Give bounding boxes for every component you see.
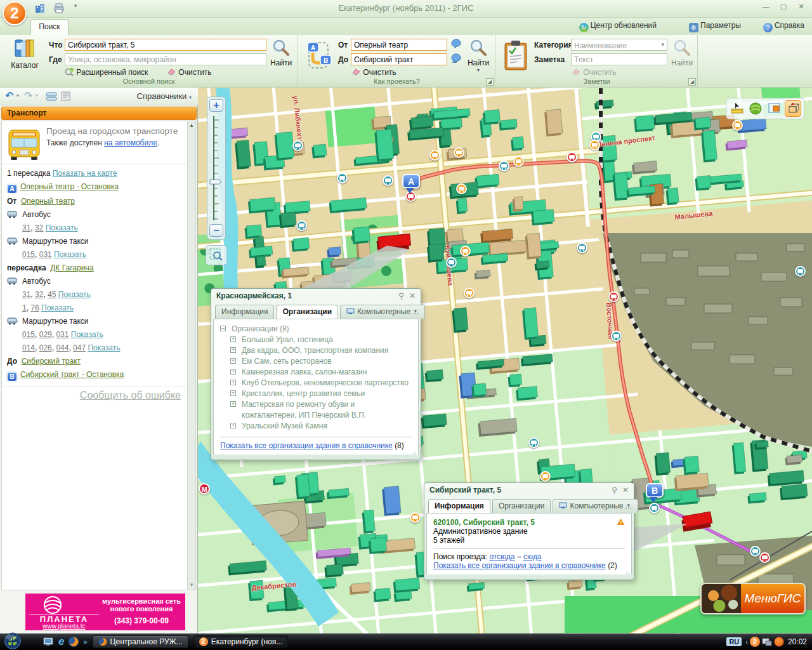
tray-app-icon[interactable]: [774, 637, 784, 647]
transit-stop-icon[interactable]: [577, 242, 587, 253]
org-tree-root[interactable]: −Организации (8): [220, 324, 412, 335]
forward-icon[interactable]: ↷: [24, 90, 32, 102]
transit-stop-icon[interactable]: [292, 140, 303, 151]
transit-stop-icon[interactable]: [337, 173, 348, 183]
show-route-link[interactable]: Показать: [54, 250, 86, 259]
split-view-icon[interactable]: [46, 92, 57, 101]
show-route-link[interactable]: Показать: [46, 223, 78, 232]
notes-dialog-launcher[interactable]: ◢: [688, 78, 696, 86]
route-number-link[interactable]: 014: [22, 343, 35, 352]
stop-link[interactable]: Сибирский тракт - Остановка: [20, 370, 124, 379]
show-desktop-icon[interactable]: [43, 637, 55, 647]
transit-stop-icon[interactable]: [454, 147, 464, 158]
metro-station-icon[interactable]: М: [199, 483, 210, 494]
route-number-link[interactable]: 1: [22, 303, 27, 312]
popup-tab-1[interactable]: Информация: [428, 499, 490, 513]
directories-dropdown[interactable]: Справочники ▾: [137, 91, 192, 101]
route-number-link[interactable]: 031: [56, 330, 69, 339]
category-dropdown[interactable]: Наименование ▾: [571, 39, 667, 51]
sidebar-scrollbar[interactable]: ▲ ▼: [187, 121, 196, 590]
scroll-down-icon[interactable]: ▼: [188, 581, 195, 590]
tray-2gis-icon[interactable]: 2: [750, 637, 760, 647]
resize-grip[interactable]: ∴: [626, 572, 632, 578]
show-route-link[interactable]: Показать: [41, 303, 74, 312]
menugis-banner[interactable]: МенюГИС: [700, 583, 806, 614]
zoom-slider-track[interactable]: [207, 114, 226, 223]
quick-launch-overflow-icon[interactable]: »: [83, 638, 87, 646]
back-dropdown-icon[interactable]: ▾: [16, 93, 19, 98]
transit-stop-icon[interactable]: [410, 512, 421, 523]
transit-stop-icon[interactable]: [383, 175, 393, 186]
tabs-overflow-icon[interactable]: ▾: [627, 502, 630, 508]
stop-link[interactable]: Оперный театр - Остановка: [20, 182, 119, 191]
firefox-icon[interactable]: [68, 636, 79, 647]
route-number-link[interactable]: 015: [22, 250, 35, 259]
route-number-link[interactable]: 32: [35, 290, 43, 299]
measure-tool-button[interactable]: [729, 100, 745, 117]
transit-stop-icon[interactable]: [528, 437, 539, 448]
by-car-link[interactable]: на автомобиле: [104, 138, 157, 147]
planeta-url[interactable]: www.planeta.tc: [29, 623, 99, 630]
show-route-link[interactable]: Показать: [71, 330, 103, 339]
close-icon[interactable]: ✕: [622, 486, 629, 494]
find-button-search[interactable]: Найти: [265, 39, 297, 67]
transit-stop-icon[interactable]: [296, 220, 307, 231]
route-number-link[interactable]: 031: [39, 250, 52, 259]
popup-tab-3[interactable]: Компьютерные ...: [340, 305, 425, 319]
update-center-button[interactable]: ↻Центр обновлений: [579, 21, 657, 32]
transit-stop-icon[interactable]: [589, 140, 600, 150]
planeta-ad-banner[interactable]: ПЛАНЕТА www.planeta.tc мультисервисная с…: [25, 594, 185, 630]
transit-stop-icon[interactable]: [456, 183, 467, 194]
route-number-link[interactable]: 026: [39, 343, 52, 352]
route-number-link[interactable]: 32: [35, 223, 43, 232]
route-number-link[interactable]: 76: [30, 303, 39, 312]
back-icon[interactable]: ↶: [5, 90, 13, 102]
org-item[interactable]: +Клуб Отельеров, некоммерческое партнерс…: [230, 378, 412, 388]
transit-stop-icon[interactable]: [540, 471, 551, 482]
route-dialog-launcher[interactable]: ◢: [486, 78, 494, 86]
stop-link[interactable]: Сибирский тракт: [22, 357, 81, 366]
popup-tab-2[interactable]: Организации: [492, 499, 551, 513]
parameters-button[interactable]: ⚙Параметры: [689, 21, 741, 32]
to-balloon-icon[interactable]: [451, 53, 461, 63]
show-all-orgs-link[interactable]: Показать все организации здания в справо…: [220, 441, 393, 450]
stop-link[interactable]: ДК Гагарина: [50, 263, 93, 272]
legend-icon[interactable]: [61, 91, 71, 102]
transit-stop-icon[interactable]: [429, 150, 440, 161]
org-item[interactable]: +Камнерезная лавка, салон-магазин: [230, 367, 412, 378]
org-item[interactable]: +Кристаллик, центр развития семьи: [230, 388, 412, 399]
popup-tab-3[interactable]: Компьютерные ...: [553, 499, 638, 513]
minimize-button[interactable]: —: [757, 3, 774, 12]
clear-search-link[interactable]: Очистить: [166, 68, 212, 77]
transit-stop-icon[interactable]: [566, 152, 577, 162]
what-input[interactable]: [65, 39, 266, 51]
screenshot-tool-button[interactable]: [766, 100, 782, 117]
language-indicator[interactable]: RU: [726, 637, 742, 646]
taskbar-task-2gis[interactable]: 2 Екатеринбург (ноя...: [193, 635, 289, 648]
transit-stop-icon[interactable]: [464, 288, 475, 298]
zoom-out-button[interactable]: −: [209, 224, 223, 237]
tray-network-icon[interactable]: [762, 637, 772, 647]
clear-notes-link[interactable]: Очистить: [571, 68, 617, 77]
close-button[interactable]: ✕: [793, 3, 809, 12]
popup-tab-1[interactable]: Информация: [215, 305, 274, 319]
from-input[interactable]: [351, 39, 447, 51]
pin-icon[interactable]: ⚲: [398, 291, 404, 300]
route-to-here-link[interactable]: сюда: [523, 552, 541, 561]
show-on-map-link[interactable]: Показать на карте: [53, 169, 117, 178]
route-number-link[interactable]: 044: [56, 343, 69, 352]
transport-panel-header[interactable]: Транспорт: [1, 107, 197, 120]
transit-stop-icon[interactable]: [611, 331, 622, 342]
from-balloon-icon[interactable]: [451, 39, 461, 49]
scroll-up-icon[interactable]: ▲: [188, 121, 195, 130]
map-canvas[interactable]: ул. ЛибкнехтаЛенина проспектМалышеваКуйб…: [198, 88, 812, 633]
globe-tool-button[interactable]: [747, 100, 763, 117]
2gis-logo[interactable]: 2: [3, 1, 27, 25]
transit-stop-icon[interactable]: [460, 246, 471, 256]
help-button[interactable]: ?Справка: [763, 21, 804, 32]
org-item[interactable]: +Уральский Музей Камня: [230, 421, 412, 432]
org-item[interactable]: +Большой Урал, гостиница: [230, 335, 412, 345]
find-button-route[interactable]: Найти ▾: [462, 39, 494, 73]
route-marker-B[interactable]: B: [646, 483, 664, 498]
org-item[interactable]: +Два кадра, ООО, транспортная компания: [230, 345, 412, 356]
